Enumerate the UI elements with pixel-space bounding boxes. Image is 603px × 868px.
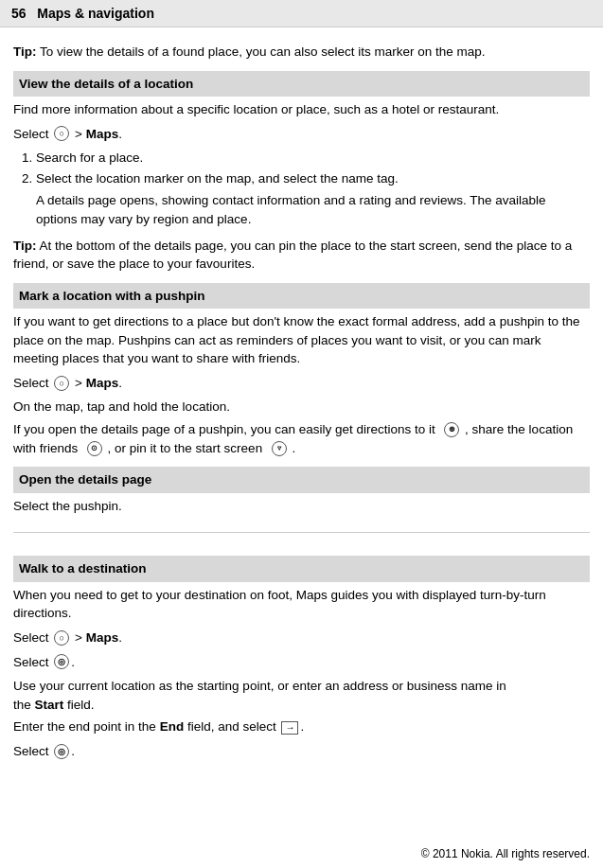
section4-instruction1: Use your current location as the startin… xyxy=(13,677,590,714)
footer-text: © 2011 Nokia. All rights reserved. xyxy=(421,847,590,860)
section2-instr2-prefix: If you open the details page of a pushpi… xyxy=(13,422,435,436)
section2-intro: If you want to get directions to a place… xyxy=(13,312,590,368)
tip1-prefix: Tip: xyxy=(13,44,37,59)
section4-instr2-end: . xyxy=(300,719,304,734)
section1-indent-text: A details page opens, showing contact in… xyxy=(36,191,590,228)
section1-period: . xyxy=(118,125,122,144)
tip2-block: Tip: At the bottom of the details page, … xyxy=(13,237,590,274)
section4-start-bold: Start xyxy=(35,698,64,712)
section1-select-word: Select xyxy=(13,125,49,144)
section4-maps-text: Maps xyxy=(86,629,119,647)
section4-select-line: Select ○ > Maps. xyxy=(13,629,590,647)
section2-pin-icon: ▿ xyxy=(272,441,287,456)
section4-select-line3: Select ◎. xyxy=(13,742,590,761)
section2-instr2-mid2: , or pin it to the start screen xyxy=(108,441,263,455)
section4-instr1-end: field. xyxy=(67,698,95,712)
section3-heading: Open the details page xyxy=(19,472,151,487)
section2-header: Mark a location with a pushpin xyxy=(13,283,590,310)
section4-arrow: > xyxy=(75,629,82,647)
section2-maps-text: Maps xyxy=(86,374,119,393)
section2-instruction2: If you open the details page of a pushpi… xyxy=(13,420,590,457)
section2-arrow: > xyxy=(75,374,82,393)
header-title: 56 Maps & navigation xyxy=(11,6,154,21)
section4-menu-icon: ○ xyxy=(54,630,69,646)
section4-instr2-prefix: Enter the end point in the xyxy=(13,719,156,734)
section4-instruction2: Enter the end point in the End field, an… xyxy=(13,717,590,736)
section4-select-line2: Select ◎. xyxy=(13,653,590,672)
section1-maps-text: Maps xyxy=(86,125,119,144)
section4-heading: Walk to a destination xyxy=(19,561,147,576)
section4-instr2-mid: field, and select xyxy=(187,719,276,734)
footer-bar: © 2011 Nokia. All rights reserved. xyxy=(0,840,603,868)
section4-select-word: Select xyxy=(13,629,49,647)
section2-share-icon: ⊙ xyxy=(87,441,102,456)
section4-walk-icon: ◎ xyxy=(54,654,69,669)
section3-text: Select the pushpin. xyxy=(13,497,590,516)
section2-menu-icon: ○ xyxy=(54,376,69,391)
section4-end-bold: End xyxy=(160,719,185,734)
section2-directions-icon: ⊛ xyxy=(444,422,459,437)
list-item: Select the location marker on the map, a… xyxy=(36,169,590,188)
divider xyxy=(13,532,590,533)
section4-period: . xyxy=(118,629,122,647)
section4-select2-word: Select xyxy=(13,653,49,672)
section4-walk2-icon: ◎ xyxy=(54,744,69,759)
section1-select-line: Select ○ > Maps. xyxy=(13,125,590,144)
section2-instruction1: On the map, tap and hold the location. xyxy=(13,398,590,416)
section2-select-line: Select ○ > Maps. xyxy=(13,374,590,393)
list-item: Search for a place. xyxy=(36,149,590,168)
section2-select-word: Select xyxy=(13,374,49,393)
tip2-text: At the bottom of the details page, you c… xyxy=(13,239,572,272)
section1-intro: Find more information about a specific l… xyxy=(13,100,590,119)
section1-header: View the details of a location xyxy=(13,71,590,97)
section1-heading: View the details of a location xyxy=(19,77,193,91)
section1-arrow: > xyxy=(75,125,82,144)
section1-menu-icon: ○ xyxy=(54,126,69,141)
section1-steps-list: Search for a place. Select the location … xyxy=(36,149,590,187)
header-bar: 56 Maps & navigation xyxy=(0,0,603,27)
section4-header: Walk to a destination xyxy=(13,556,590,582)
section4-intro: When you need to get to your destination… xyxy=(13,586,590,623)
tip1-text: To view the details of a found place, yo… xyxy=(37,44,486,59)
tip2-prefix: Tip: xyxy=(13,239,37,253)
section2-instr2-end: . xyxy=(292,441,295,455)
tip1-block: Tip: To view the details of a found plac… xyxy=(13,43,590,62)
section3-header: Open the details page xyxy=(13,467,590,493)
content-area: Tip: To view the details of a found plac… xyxy=(0,27,603,840)
section4-select3-word: Select xyxy=(13,742,49,761)
page-container: 56 Maps & navigation Tip: To view the de… xyxy=(0,0,603,868)
section2-period: . xyxy=(118,374,122,393)
section2-heading: Mark a location with a pushpin xyxy=(19,289,205,303)
section4-arrow-icon: → xyxy=(281,721,298,735)
